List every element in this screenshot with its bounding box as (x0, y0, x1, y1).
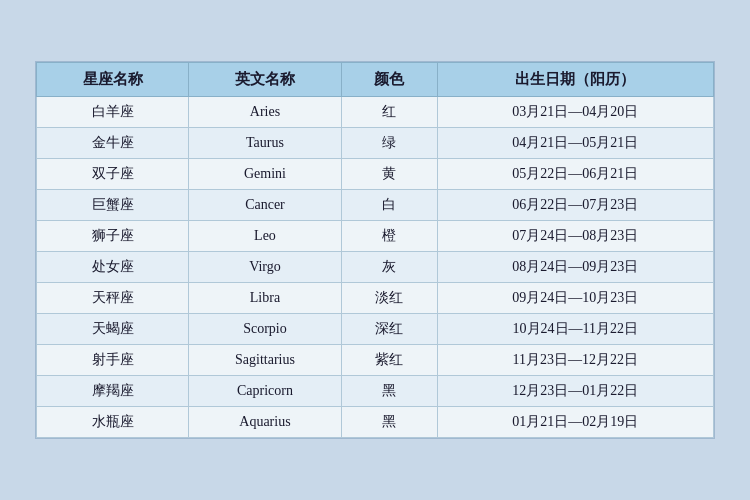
cell-color: 橙 (341, 221, 437, 252)
cell-english-name: Aquarius (189, 407, 341, 438)
cell-english-name: Virgo (189, 252, 341, 283)
cell-chinese-name: 射手座 (37, 345, 189, 376)
cell-dates: 03月21日—04月20日 (437, 97, 713, 128)
cell-english-name: Taurus (189, 128, 341, 159)
cell-english-name: Aries (189, 97, 341, 128)
table-row: 金牛座Taurus绿04月21日—05月21日 (37, 128, 714, 159)
cell-color: 深红 (341, 314, 437, 345)
cell-english-name: Leo (189, 221, 341, 252)
cell-color: 灰 (341, 252, 437, 283)
cell-dates: 04月21日—05月21日 (437, 128, 713, 159)
header-dates: 出生日期（阳历） (437, 63, 713, 97)
header-color: 颜色 (341, 63, 437, 97)
cell-dates: 07月24日—08月23日 (437, 221, 713, 252)
zodiac-table: 星座名称 英文名称 颜色 出生日期（阳历） 白羊座Aries红03月21日—04… (36, 62, 714, 438)
cell-color: 紫红 (341, 345, 437, 376)
cell-chinese-name: 水瓶座 (37, 407, 189, 438)
cell-chinese-name: 双子座 (37, 159, 189, 190)
table-row: 狮子座Leo橙07月24日—08月23日 (37, 221, 714, 252)
table-header-row: 星座名称 英文名称 颜色 出生日期（阳历） (37, 63, 714, 97)
table-body: 白羊座Aries红03月21日—04月20日金牛座Taurus绿04月21日—0… (37, 97, 714, 438)
cell-color: 绿 (341, 128, 437, 159)
cell-color: 黑 (341, 407, 437, 438)
cell-chinese-name: 摩羯座 (37, 376, 189, 407)
cell-dates: 06月22日—07月23日 (437, 190, 713, 221)
header-english-name: 英文名称 (189, 63, 341, 97)
cell-chinese-name: 处女座 (37, 252, 189, 283)
cell-chinese-name: 天蝎座 (37, 314, 189, 345)
table-row: 摩羯座Capricorn黑12月23日—01月22日 (37, 376, 714, 407)
cell-english-name: Scorpio (189, 314, 341, 345)
table-row: 水瓶座Aquarius黑01月21日—02月19日 (37, 407, 714, 438)
table-row: 天秤座Libra淡红09月24日—10月23日 (37, 283, 714, 314)
cell-english-name: Libra (189, 283, 341, 314)
cell-chinese-name: 白羊座 (37, 97, 189, 128)
cell-dates: 12月23日—01月22日 (437, 376, 713, 407)
cell-dates: 05月22日—06月21日 (437, 159, 713, 190)
table-row: 白羊座Aries红03月21日—04月20日 (37, 97, 714, 128)
cell-color: 红 (341, 97, 437, 128)
cell-chinese-name: 天秤座 (37, 283, 189, 314)
cell-english-name: Capricorn (189, 376, 341, 407)
table-row: 天蝎座Scorpio深红10月24日—11月22日 (37, 314, 714, 345)
table-row: 双子座Gemini黄05月22日—06月21日 (37, 159, 714, 190)
cell-chinese-name: 金牛座 (37, 128, 189, 159)
cell-dates: 11月23日—12月22日 (437, 345, 713, 376)
table-row: 处女座Virgo灰08月24日—09月23日 (37, 252, 714, 283)
table-row: 巨蟹座Cancer白06月22日—07月23日 (37, 190, 714, 221)
cell-color: 黑 (341, 376, 437, 407)
cell-dates: 10月24日—11月22日 (437, 314, 713, 345)
cell-english-name: Sagittarius (189, 345, 341, 376)
table-row: 射手座Sagittarius紫红11月23日—12月22日 (37, 345, 714, 376)
cell-dates: 09月24日—10月23日 (437, 283, 713, 314)
cell-dates: 01月21日—02月19日 (437, 407, 713, 438)
cell-chinese-name: 巨蟹座 (37, 190, 189, 221)
header-chinese-name: 星座名称 (37, 63, 189, 97)
cell-color: 黄 (341, 159, 437, 190)
cell-english-name: Cancer (189, 190, 341, 221)
cell-color: 淡红 (341, 283, 437, 314)
zodiac-table-container: 星座名称 英文名称 颜色 出生日期（阳历） 白羊座Aries红03月21日—04… (35, 61, 715, 439)
cell-chinese-name: 狮子座 (37, 221, 189, 252)
cell-english-name: Gemini (189, 159, 341, 190)
cell-color: 白 (341, 190, 437, 221)
cell-dates: 08月24日—09月23日 (437, 252, 713, 283)
